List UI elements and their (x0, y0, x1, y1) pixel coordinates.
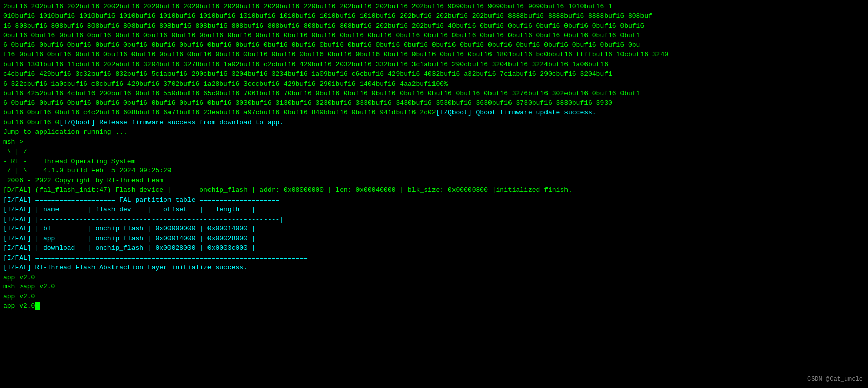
terminal-line: [I/FAL] ==================== FAL partiti… (3, 196, 865, 205)
terminal-line: 6 0buf16 0buf16 0buf16 0buf16 0buf16 0bu… (3, 41, 865, 50)
terminal-line: buf16 0buf16 0buf16 c4c2buf16 608bbuf16 … (3, 108, 865, 118)
terminal-line: buf16 0buf16 0[I/Qboot] Release firmware… (3, 118, 865, 128)
watermark: CSDN @Cat_uncle (807, 375, 863, 384)
terminal-line: buf16 4252buf16 4cbuf16 200buf16 0buf16 … (3, 89, 865, 99)
terminal-line: app v2.0 (3, 302, 865, 312)
terminal-line: [I/FAL] | download | onchip_flash | 0x00… (3, 244, 865, 254)
terminal-cursor (35, 302, 40, 310)
terminal-line: 6 322cbuf16 1a0cbuf16 c8cbuf16 429buf16 … (3, 80, 865, 89)
terminal-line: app v2.0 (3, 273, 865, 283)
terminal-line: 010buf16 1010buf16 1010buf16 1010buf16 1… (3, 12, 865, 22)
terminal-line: msh > (3, 138, 865, 147)
terminal-line: / | \ 4.1.0 build Feb 5 2024 09:25:29 (3, 166, 865, 176)
terminal-line: 2006 - 2022 Copyright by RT-Thread team (3, 176, 865, 186)
terminal-line: [I/FAL] | name | flash_dev | offset | le… (3, 205, 865, 215)
terminal-line: [I/FAL] | bl | onchip_flash | 0x00000000… (3, 224, 865, 234)
terminal: 2buf16 202buf16 202buf16 2002buf16 2020b… (0, 0, 868, 388)
terminal-line: app v2.0 (3, 292, 865, 302)
terminal-line: [I/FAL] | app | onchip_flash | 0x0001400… (3, 234, 865, 244)
terminal-line: [I/FAL] ================================… (3, 254, 865, 263)
terminal-line: [D/FAL] (fal_flash_init:47) Flash device… (3, 186, 865, 196)
terminal-line: f16 0buf16 0buf16 0buf16 0buf16 0buf16 0… (3, 50, 865, 60)
terminal-line: \ | / (3, 147, 865, 157)
terminal-line: [I/FAL] |-------------------------------… (3, 215, 865, 225)
terminal-line: c4cbuf16 429buf16 3c32buf16 832buf16 5c1… (3, 70, 865, 80)
terminal-line: [I/FAL] RT-Thread Flash Abstraction Laye… (3, 263, 865, 273)
terminal-line: 16 808buf16 808buf16 808buf16 808buf16 8… (3, 22, 865, 31)
terminal-line: 6 0buf16 0buf16 0buf16 0buf16 0buf16 0bu… (3, 99, 865, 108)
terminal-line: buf16 1301buf16 11cbuf16 202abuf16 3204b… (3, 60, 865, 70)
terminal-line: Jump to application running ... (3, 128, 865, 138)
terminal-line: msh >app v2.0 (3, 282, 865, 292)
terminal-line: 0buf16 0buf16 0buf16 0buf16 0buf16 0buf1… (3, 31, 865, 41)
terminal-line: 2buf16 202buf16 202buf16 2002buf16 2020b… (3, 2, 865, 12)
terminal-line: - RT - Thread Operating System (3, 157, 865, 167)
